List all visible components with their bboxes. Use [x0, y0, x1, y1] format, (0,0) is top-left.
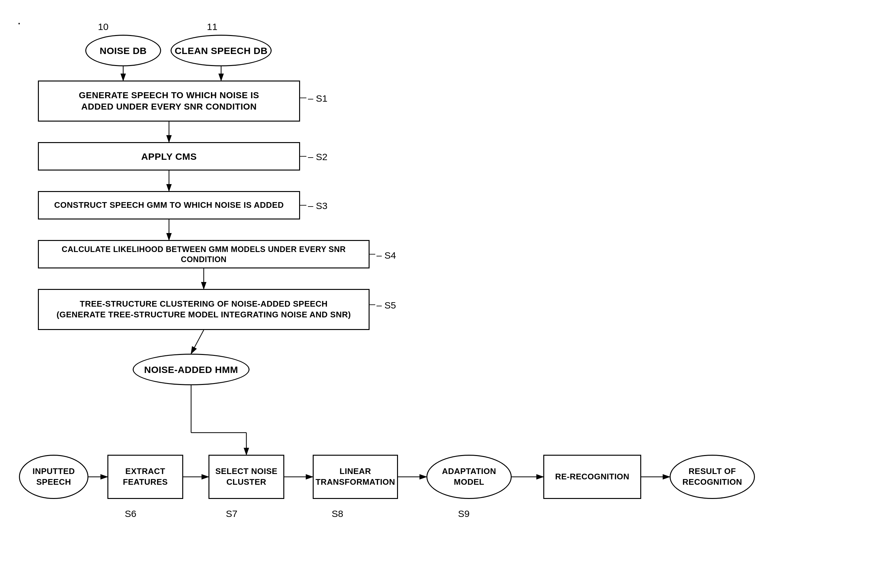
noise-added-hmm-oval: NOISE-ADDED HMM [133, 354, 249, 385]
result-of-recognition-label: RESULT OFRECOGNITION [683, 466, 742, 488]
select-noise-cluster-box: SELECT NOISECLUSTER [209, 455, 284, 499]
extract-features-box: EXTRACTFEATURES [107, 455, 183, 499]
noise-db-oval: NOISE DB [85, 35, 161, 66]
select-noise-cluster-label: SELECT NOISECLUSTER [215, 466, 278, 488]
s2-label: APPLY CMS [141, 150, 197, 163]
s1-label: GENERATE SPEECH TO WHICH NOISE ISADDED U… [79, 90, 259, 113]
extract-features-label: EXTRACTFEATURES [123, 466, 168, 488]
flowchart-diagram: 10 11 NOISE DB CLEAN SPEECH DB GENERATE … [0, 0, 880, 588]
step-s9: S9 [458, 508, 470, 519]
noise-added-hmm-label: NOISE-ADDED HMM [144, 363, 238, 376]
clean-speech-db-label: CLEAN SPEECH DB [175, 45, 267, 57]
s3-box: CONSTRUCT SPEECH GMM TO WHICH NOISE IS A… [38, 191, 300, 219]
linear-transformation-label: LINEARTRANSFORMATION [315, 466, 395, 488]
s5-label: TREE-STRUCTURE CLUSTERING OF NOISE-ADDED… [57, 299, 351, 320]
step-s3: – S3 [308, 201, 327, 211]
s1-box: GENERATE SPEECH TO WHICH NOISE ISADDED U… [38, 81, 300, 122]
step-s8: S8 [332, 508, 343, 519]
step-s5: – S5 [377, 300, 396, 311]
linear-transformation-box: LINEARTRANSFORMATION [313, 455, 398, 499]
re-recognition-box: RE-RECOGNITION [543, 455, 641, 499]
clean-speech-db-oval: CLEAN SPEECH DB [171, 35, 272, 66]
s3-label: CONSTRUCT SPEECH GMM TO WHICH NOISE IS A… [54, 200, 284, 211]
s4-box: CALCULATE LIKELIHOOD BETWEEN GMM MODELS … [38, 240, 369, 268]
inputted-speech-label: INPUTTEDSPEECH [33, 466, 75, 488]
s5-box: TREE-STRUCTURE CLUSTERING OF NOISE-ADDED… [38, 289, 369, 330]
adaptation-model-label: ADAPTATIONMODEL [442, 466, 496, 488]
label-10: 10 [98, 21, 108, 32]
s4-label: CALCULATE LIKELIHOOD BETWEEN GMM MODELS … [39, 244, 369, 265]
step-s2: – S2 [308, 152, 327, 162]
label-11: 11 [207, 21, 217, 32]
s2-box: APPLY CMS [38, 142, 300, 171]
step-s6: S6 [125, 508, 137, 519]
re-recognition-label: RE-RECOGNITION [555, 471, 629, 482]
result-of-recognition-oval: RESULT OFRECOGNITION [670, 455, 755, 499]
noise-db-label: NOISE DB [99, 45, 147, 57]
step-s4: – S4 [377, 250, 396, 261]
adaptation-model-oval: ADAPTATIONMODEL [426, 455, 512, 499]
inputted-speech-oval: INPUTTEDSPEECH [19, 455, 89, 499]
corner-dot: · [17, 16, 21, 30]
step-s7: S7 [226, 508, 237, 519]
svg-line-7 [191, 330, 204, 354]
step-s1: – S1 [308, 93, 327, 104]
